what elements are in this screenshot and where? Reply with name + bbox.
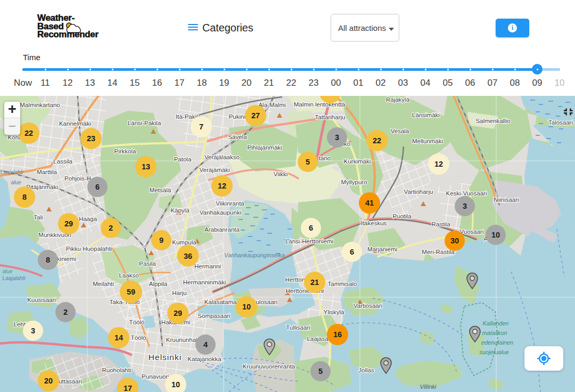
svg-text:matalikon: matalikon — [482, 330, 507, 336]
svg-text:Tullisaari: Tullisaari — [286, 324, 310, 331]
svg-text:Arabianranta: Arabianranta — [204, 226, 240, 233]
svg-text:Kumpula: Kumpula — [172, 239, 196, 246]
svg-text:Vanhakaupunki: Vanhakaupunki — [200, 209, 241, 216]
svg-text:Harju: Harju — [172, 290, 186, 296]
svg-text:Itäkeskus: Itäkeskus — [361, 220, 387, 226]
svg-text:Ruoholahti: Ruoholahti — [102, 367, 132, 373]
svg-text:Myllypuro: Myllypuro — [341, 179, 367, 185]
svg-text:Meilahti: Meilahti — [93, 281, 114, 287]
svg-text:Pasila: Pasila — [139, 260, 156, 267]
svg-text:suojelualue: suojelualue — [479, 349, 509, 355]
svg-text:Rajakylä: Rajakylä — [386, 96, 410, 103]
svg-text:Hermanni: Hermanni — [194, 263, 221, 270]
svg-text:Sävela: Sävela — [228, 134, 247, 140]
svg-text:Lassila: Lassila — [53, 158, 72, 165]
svg-text:Pikku Huopalahti: Pikku Huopalahti — [66, 246, 112, 252]
svg-text:Tammisalo: Tammisalo — [328, 281, 357, 287]
svg-text:Salmenkallio: Salmenkallio — [475, 118, 510, 124]
svg-text:Patola: Patola — [174, 156, 192, 162]
svg-text:Vuosaari: Vuosaari — [460, 228, 484, 235]
svg-text:Sompasaari: Sompasaari — [198, 313, 230, 319]
svg-text:Talosaari: Talosaari — [548, 119, 573, 126]
svg-text:alue: alue — [3, 268, 13, 274]
svg-text:Alppila: Alppila — [149, 281, 168, 287]
svg-text:Metsälä: Metsälä — [150, 187, 171, 193]
svg-text:Puotila: Puotila — [392, 213, 412, 219]
svg-text:Kruunuvuorenranta: Kruunuvuorenranta — [243, 363, 295, 370]
svg-text:Helsinki: Helsinki — [149, 353, 182, 362]
svg-text:Vanhankaupunginselka: Vanhankaupunginselka — [224, 252, 285, 258]
svg-text:Keski-Vuosaari: Keski-Vuosaari — [446, 190, 487, 197]
svg-text:Jollas: Jollas — [358, 367, 374, 373]
svg-text:alue: alue — [11, 179, 21, 185]
svg-text:Länsimäki: Länsimäki — [412, 112, 440, 118]
svg-text:Käpylä: Käpylä — [170, 207, 190, 214]
svg-text:Villinki: Villinki — [420, 383, 437, 390]
svg-text:Viikinranta: Viikinranta — [216, 200, 244, 207]
svg-text:Kuusisaari: Kuusisaari — [27, 297, 56, 303]
svg-text:Veräjämäki: Veräjämäki — [200, 167, 230, 173]
svg-text:Marttila: Marttila — [37, 169, 57, 175]
svg-text:Vesala: Vesala — [391, 128, 409, 134]
svg-text:Punavuori: Punavuori — [142, 373, 169, 380]
svg-text:Mellunmäki: Mellunmäki — [412, 138, 443, 144]
svg-text:Hermanninmäki: Hermanninmäki — [183, 279, 226, 285]
svg-text:Vartioharju: Vartioharju — [404, 189, 433, 195]
svg-text:Vartiosaari: Vartiosaari — [354, 303, 382, 309]
svg-text:Yliskylä: Yliskylä — [324, 309, 345, 315]
svg-text:Niinisaari: Niinisaari — [494, 197, 519, 203]
svg-text:kiniemi: kiniemi — [57, 256, 76, 262]
svg-text:Laajalahti: Laajalahti — [1, 169, 24, 175]
svg-text:Länsi-Pakila: Länsi-Pakila — [128, 120, 161, 126]
svg-text:Kallahden: Kallahden — [483, 320, 509, 326]
svg-text:Tali: Tali — [34, 214, 43, 220]
svg-text:Rastila: Rastila — [431, 221, 450, 227]
svg-text:Laajalahti: Laajalahti — [3, 275, 26, 281]
svg-text:Malminkartano: Malminkartano — [20, 102, 60, 108]
svg-text:Kurkimäki: Kurkimäki — [344, 158, 371, 165]
svg-text:Töölö: Töölö — [131, 334, 146, 341]
svg-text:Katajanokka: Katajanokka — [187, 356, 221, 362]
svg-text:uttasaari: uttasaari — [59, 378, 82, 385]
svg-text:Pohjois-H: Pohjois-H — [64, 175, 91, 182]
svg-text:Töölö: Töölö — [129, 319, 145, 325]
svg-text:Laakso: Laakso — [119, 272, 138, 279]
svg-text:edenalainen: edenalainen — [481, 339, 513, 346]
svg-text:Tattariharju: Tattariharju — [315, 114, 346, 120]
svg-text:Malmin lentokenttä: Malmin lentokenttä — [294, 101, 346, 108]
svg-text:Veräjälaakso: Veräjälaakso — [204, 154, 240, 160]
svg-text:Pirkkola: Pirkkola — [114, 148, 137, 154]
svg-text:Länsi-Herttoniemi: Länsi-Herttoniemi — [285, 238, 333, 244]
svg-text:tano: tano — [319, 155, 331, 161]
svg-text:Pihlajanmäki: Pihlajanmäki — [247, 144, 282, 151]
svg-text:Marjaniemi: Marjaniemi — [367, 246, 397, 252]
svg-text:Kalasatama: Kalasatama — [204, 299, 237, 305]
svg-text:Viikki: Viikki — [274, 171, 288, 177]
svg-text:Kannelmäki: Kannelmäki — [59, 120, 91, 127]
